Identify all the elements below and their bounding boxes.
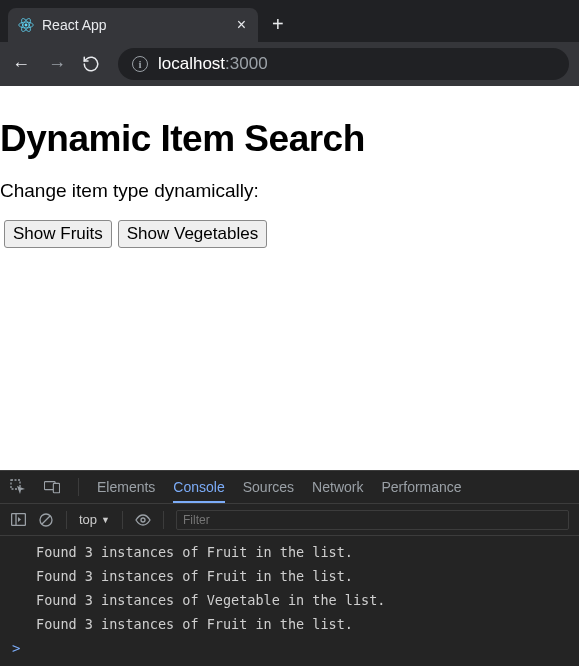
svg-point-0 [25,24,28,27]
button-row: Show Fruits Show Vegetables [0,220,579,248]
console-line: Found 3 instances of Fruit in the list. [0,612,579,636]
show-fruits-button[interactable]: Show Fruits [4,220,112,248]
address-bar[interactable]: i localhost:3000 [118,48,569,80]
chevron-down-icon: ▼ [101,515,110,525]
svg-line-11 [42,516,50,524]
react-logo-icon [18,17,34,33]
console-line: Found 3 instances of Fruit in the list. [0,540,579,564]
browser-tab[interactable]: React App × [8,8,258,42]
tab-network[interactable]: Network [312,479,363,495]
show-vegetables-button[interactable]: Show Vegetables [118,220,267,248]
console-prompt[interactable]: > [0,636,579,660]
page-subtitle: Change item type dynamically: [0,180,579,202]
separator [78,478,79,496]
clear-console-icon[interactable] [38,512,54,528]
url-port: :3000 [225,54,268,73]
svg-rect-6 [53,483,59,492]
close-tab-icon[interactable]: × [235,15,248,35]
tab-title: React App [42,17,227,33]
browser-toolbar: ← → i localhost:3000 [0,42,579,86]
tab-strip: React App × + [0,0,579,42]
inspect-element-icon[interactable] [10,479,26,495]
console-output: Found 3 instances of Fruit in the list. … [0,536,579,666]
reload-button[interactable] [82,55,104,73]
live-expression-icon[interactable] [135,512,151,528]
back-button[interactable]: ← [10,54,32,75]
tab-performance[interactable]: Performance [381,479,461,495]
tab-sources[interactable]: Sources [243,479,294,495]
devtools-panel: Elements Console Sources Network Perform… [0,470,579,666]
context-selector[interactable]: top ▼ [79,512,110,527]
svg-point-12 [141,518,145,522]
url-host: localhost [158,54,225,73]
tab-console[interactable]: Console [173,479,224,503]
separator [66,511,67,529]
url-display: localhost:3000 [158,54,268,74]
new-tab-button[interactable]: + [266,13,290,36]
console-filter-input[interactable] [176,510,569,530]
console-line: Found 3 instances of Vegetable in the li… [0,588,579,612]
context-label: top [79,512,97,527]
page-content: Dynamic Item Search Change item type dyn… [0,86,579,470]
device-toolbar-icon[interactable] [44,479,60,495]
console-toolbar: top ▼ [0,504,579,536]
separator [163,511,164,529]
svg-marker-9 [18,517,21,522]
separator [122,511,123,529]
page-title: Dynamic Item Search [0,118,579,160]
tab-elements[interactable]: Elements [97,479,155,495]
console-line: Found 3 instances of Fruit in the list. [0,564,579,588]
sidebar-toggle-icon[interactable] [10,512,26,528]
devtools-tabbar: Elements Console Sources Network Perform… [0,470,579,504]
forward-button[interactable]: → [46,54,68,75]
browser-chrome: React App × + ← → i localhost:3000 [0,0,579,86]
site-info-icon[interactable]: i [132,56,148,72]
